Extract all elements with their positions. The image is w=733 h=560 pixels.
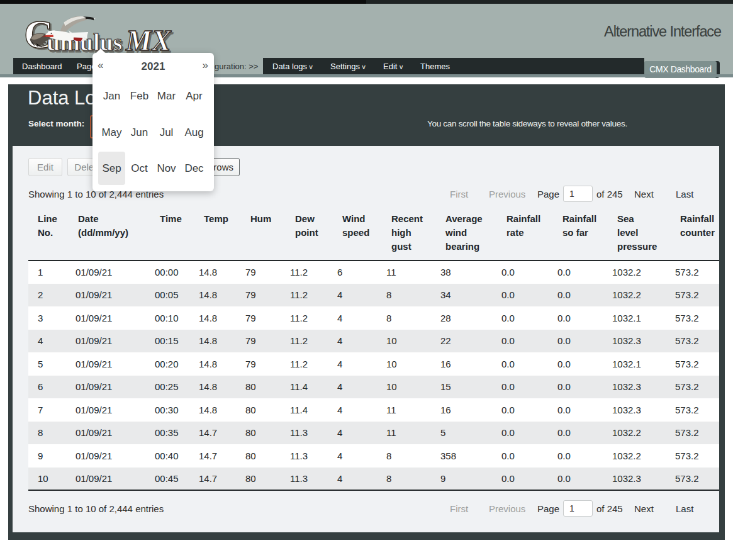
svg-text:MX: MX <box>125 25 172 57</box>
